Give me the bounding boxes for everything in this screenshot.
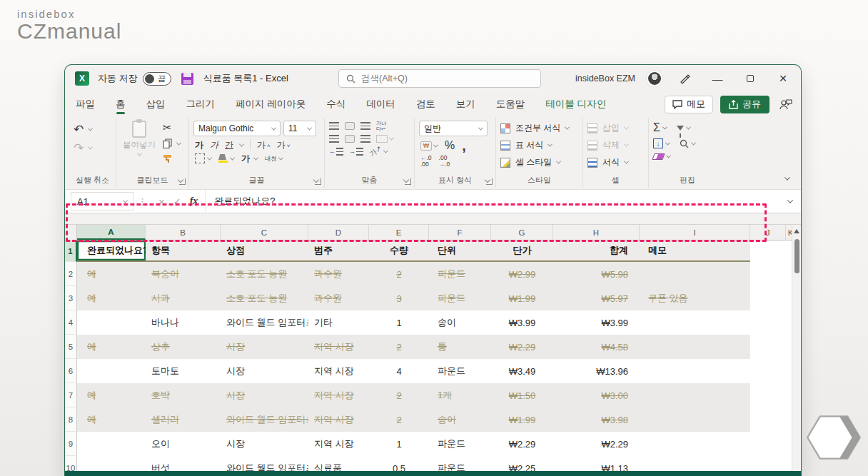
grid-cell[interactable]: ₩13.96 [553, 359, 640, 383]
format-cells-button[interactable]: 서식 [587, 156, 644, 168]
italic-button[interactable]: 가 [210, 141, 218, 149]
borders-button[interactable] [195, 153, 211, 163]
align-top-button[interactable] [329, 122, 339, 130]
increase-decimal-button[interactable]: ←.0.00 [420, 155, 432, 168]
cell-styles-button[interactable]: 셀 스타일 [500, 156, 578, 168]
column-header-G[interactable]: G [491, 225, 553, 240]
grid-cell[interactable]: 셀러리 [146, 407, 221, 432]
grid-cell[interactable]: 1 [369, 432, 429, 456]
confirm-entry-icon[interactable]: ✓ [173, 196, 181, 207]
column-header-I[interactable]: I [640, 225, 750, 240]
font-dialog-launcher[interactable] [315, 178, 321, 185]
grid-cell[interactable]: 와이드 월드 임포터즈 [221, 310, 308, 335]
row-number-1[interactable]: 1 [65, 240, 77, 262]
name-box[interactable]: A1 [71, 192, 133, 211]
grid-cell[interactable] [640, 407, 750, 432]
grid-cell[interactable]: 쿠폰 있음 [640, 286, 750, 310]
delete-cells-button[interactable]: 삭제 [587, 139, 644, 151]
grid-cell[interactable]: ₩1.13 [553, 456, 640, 471]
empty-cells[interactable] [750, 240, 792, 262]
grid-cell[interactable]: 소호 포도 농원 [221, 262, 308, 286]
header-cell[interactable]: 단위 [429, 240, 491, 262]
grid-cell[interactable]: 1개 [429, 383, 491, 407]
row-number-10[interactable]: 10 [65, 456, 77, 471]
empty-cells[interactable] [750, 335, 792, 359]
accounting-format-button[interactable]: ₩ [420, 141, 438, 151]
inking-pen-icon[interactable] [674, 68, 695, 89]
grid-cell[interactable]: 지역 시장 [308, 359, 369, 383]
grid-cell[interactable] [640, 432, 750, 456]
empty-cells[interactable] [750, 383, 792, 407]
grid-cell[interactable]: 파운드 [429, 456, 491, 471]
tab-table-design[interactable]: 테이블 디자인 [545, 93, 607, 115]
clipboard-dialog-launcher[interactable] [179, 178, 186, 185]
tab-insert[interactable]: 삽입 [146, 93, 166, 115]
grid-cell[interactable]: ₩1.99 [491, 407, 553, 432]
decrease-indent-button[interactable]: ← [329, 148, 343, 156]
format-painter-button[interactable] [163, 154, 181, 163]
tab-review[interactable]: 검토 [415, 93, 436, 115]
bold-button[interactable]: 가 [195, 141, 203, 149]
grid-cell[interactable]: 2 [369, 383, 429, 407]
column-header-H[interactable]: H [553, 225, 640, 240]
grid-cell[interactable]: ₩4.58 [553, 335, 640, 359]
insert-function-icon[interactable]: fx [190, 196, 198, 207]
grid-cell[interactable]: 호박 [146, 383, 221, 407]
tab-page-layout[interactable]: 페이지 레이아웃 [235, 93, 306, 115]
row-number-5[interactable]: 5 [65, 335, 77, 359]
tab-data[interactable]: 데이터 [365, 93, 396, 115]
copy-button[interactable] [163, 138, 181, 148]
select-all-corner[interactable] [65, 225, 77, 240]
redo-button[interactable]: ↷ [74, 142, 111, 154]
grid-cell[interactable]: ₩3.99 [491, 310, 553, 335]
row-number-8[interactable]: 8 [65, 407, 77, 432]
grid-cell[interactable]: 파운드 [429, 359, 491, 383]
sort-filter-button[interactable] [677, 126, 690, 131]
align-right-button[interactable] [360, 135, 370, 143]
column-header-E[interactable]: E [369, 225, 429, 240]
column-header-C[interactable]: C [221, 225, 308, 240]
grid-cell[interactable]: ₩2.29 [491, 335, 553, 359]
header-cell[interactable]: 메모 [640, 240, 750, 262]
grid-cell[interactable]: ₩2.99 [491, 262, 553, 286]
tab-home[interactable]: 홈 [115, 93, 126, 115]
account-avatar[interactable] [647, 71, 662, 86]
grid-cell[interactable]: 송이 [429, 310, 491, 335]
header-cell[interactable]: 단가 [491, 240, 553, 262]
grid-cell[interactable]: ₩3.99 [553, 310, 640, 335]
align-left-button[interactable] [329, 135, 339, 143]
empty-cells[interactable] [750, 407, 792, 432]
grid-cell[interactable]: 지역 시장 [308, 335, 369, 359]
grid-cell[interactable]: 바나나 [146, 310, 221, 335]
row-number-9[interactable]: 9 [65, 432, 77, 456]
grid-cell[interactable]: 2 [369, 335, 429, 359]
grid-cell[interactable]: 예 [77, 383, 146, 407]
grid-cell[interactable]: 4 [369, 359, 429, 383]
fill-color-button[interactable] [218, 154, 234, 163]
grid-cell[interactable]: ₩2.29 [553, 432, 640, 456]
formula-bar-handle[interactable]: ⋮ [138, 196, 147, 207]
grid-cell[interactable]: 파운드 [429, 286, 491, 310]
grid-cell[interactable]: 예 [77, 262, 146, 286]
row-number-3[interactable]: 3 [65, 286, 77, 310]
grid-cell[interactable] [640, 310, 750, 335]
account-name[interactable]: insideBox EZM [575, 74, 635, 83]
font-size-combo[interactable]: 11 [283, 121, 316, 136]
search-box[interactable]: 검색(Alt+Q) [338, 69, 541, 88]
clear-eraser-icon[interactable] [652, 153, 665, 160]
align-bottom-button[interactable] [360, 122, 370, 130]
shrink-font-button[interactable]: 가˅ [277, 141, 291, 149]
grid-cell[interactable]: 과수원 [308, 262, 369, 286]
grid-cell[interactable]: 통 [429, 335, 491, 359]
insert-cells-button[interactable]: 삽입 [587, 122, 644, 134]
alignment-dialog-launcher[interactable] [405, 178, 411, 185]
header-cell[interactable]: 수량 [369, 240, 429, 262]
grid-cell[interactable]: 지역 시장 [308, 383, 369, 407]
percent-style-button[interactable]: % [445, 140, 455, 151]
grid-cell[interactable]: ₩1.99 [491, 286, 553, 310]
grid-cell[interactable]: 예 [77, 407, 146, 432]
autosave-toggle[interactable]: 끔 [143, 72, 171, 86]
decrease-decimal-button[interactable]: .00→.0 [439, 155, 450, 168]
comments-button[interactable]: 메모 [665, 96, 713, 113]
row-number-4[interactable]: 4 [65, 310, 77, 335]
